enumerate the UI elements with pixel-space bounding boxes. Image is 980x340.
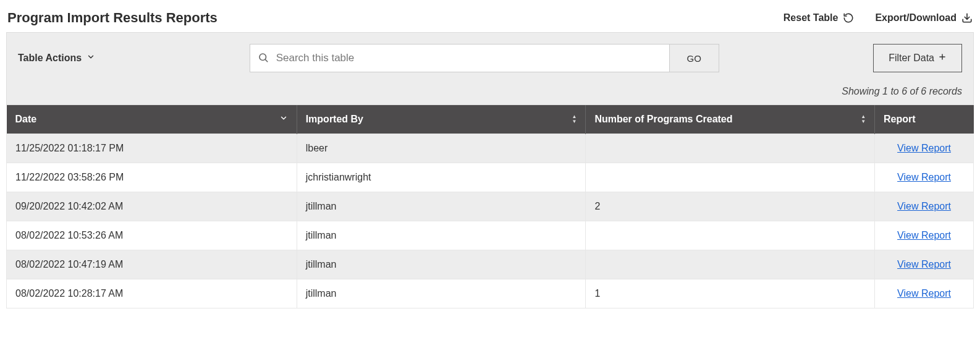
view-report-link[interactable]: View Report xyxy=(897,288,951,299)
cell-date: 08/02/2022 10:28:17 AM xyxy=(7,279,297,308)
filter-data-button[interactable]: Filter Data xyxy=(873,44,962,72)
table-header-row: Date Imported By ▲▼ Number of Programs C… xyxy=(7,105,974,134)
table-row: 09/20/2022 10:42:02 AMjtillman2View Repo… xyxy=(7,192,974,221)
cell-programs-created xyxy=(586,221,875,250)
column-header-imported-by[interactable]: Imported By ▲▼ xyxy=(297,105,586,134)
cell-report: View Report xyxy=(875,250,974,279)
table-actions-label: Table Actions xyxy=(18,53,82,64)
column-header-report-label: Report xyxy=(884,114,916,125)
column-header-programs-created-label: Number of Programs Created xyxy=(594,114,732,125)
column-header-imported-by-label: Imported By xyxy=(306,114,363,125)
view-report-link[interactable]: View Report xyxy=(897,259,951,270)
go-button[interactable]: GO xyxy=(670,44,719,72)
cell-imported-by: jtillman xyxy=(297,192,586,221)
cell-programs-created: 1 xyxy=(586,279,875,308)
column-header-report: Report xyxy=(875,105,974,134)
view-report-link[interactable]: View Report xyxy=(897,172,951,182)
chevron-down-icon xyxy=(279,114,288,125)
column-header-programs-created[interactable]: Number of Programs Created ▲▼ xyxy=(586,105,875,134)
page-header: Program Import Results Reports Reset Tab… xyxy=(6,6,974,32)
cell-date: 08/02/2022 10:47:19 AM xyxy=(7,250,297,279)
table-row: 08/02/2022 10:53:26 AMjtillmanView Repor… xyxy=(7,221,974,250)
chevron-down-icon xyxy=(87,53,95,64)
cell-report: View Report xyxy=(875,192,974,221)
search-input[interactable] xyxy=(275,51,662,65)
reset-table-button[interactable]: Reset Table xyxy=(784,12,855,23)
export-download-button[interactable]: Export/Download xyxy=(875,12,973,23)
cell-report: View Report xyxy=(875,279,974,308)
cell-programs-created xyxy=(586,163,875,192)
cell-report: View Report xyxy=(875,221,974,250)
view-report-link[interactable]: View Report xyxy=(897,143,951,153)
cell-imported-by: jchristianwright xyxy=(297,163,586,192)
sort-icon: ▲▼ xyxy=(861,114,866,124)
page-root: Program Import Results Reports Reset Tab… xyxy=(0,0,980,308)
cell-programs-created xyxy=(586,250,875,279)
column-header-date[interactable]: Date xyxy=(7,105,297,134)
cell-imported-by: lbeer xyxy=(297,134,586,163)
records-info: Showing 1 to 6 of 6 records xyxy=(18,86,962,97)
cell-programs-created: 2 xyxy=(586,192,875,221)
cell-date: 09/20/2022 10:42:02 AM xyxy=(7,192,297,221)
cell-report: View Report xyxy=(875,134,974,163)
cell-date: 08/02/2022 10:53:26 AM xyxy=(7,221,297,250)
search-icon xyxy=(258,52,269,65)
plus-icon xyxy=(938,53,947,64)
search-box xyxy=(250,44,670,72)
header-actions: Reset Table Export/Download xyxy=(784,12,973,23)
filter-data-label: Filter Data xyxy=(889,53,934,64)
view-report-link[interactable]: View Report xyxy=(897,230,951,240)
search-group: GO xyxy=(250,44,719,72)
table-row: 08/02/2022 10:28:17 AMjtillman1View Repo… xyxy=(7,279,974,308)
view-report-link[interactable]: View Report xyxy=(897,201,951,211)
svg-line-2 xyxy=(265,59,267,61)
sort-icon: ▲▼ xyxy=(572,114,577,124)
reset-table-label: Reset Table xyxy=(784,12,838,23)
cell-date: 11/25/2022 01:18:17 PM xyxy=(7,134,297,163)
results-table: Date Imported By ▲▼ Number of Programs C… xyxy=(6,105,974,308)
cell-programs-created xyxy=(586,134,875,163)
column-header-date-label: Date xyxy=(15,114,37,125)
table-row: 11/22/2022 03:58:26 PMjchristianwrightVi… xyxy=(7,163,974,192)
toolbar-top: Table Actions GO Filter Data xyxy=(18,44,962,72)
reset-icon xyxy=(843,12,854,23)
table-actions-menu[interactable]: Table Actions xyxy=(18,53,95,64)
table-row: 11/25/2022 01:18:17 PMlbeerView Report xyxy=(7,134,974,163)
export-download-label: Export/Download xyxy=(875,12,957,23)
cell-imported-by: jtillman xyxy=(297,250,586,279)
cell-date: 11/22/2022 03:58:26 PM xyxy=(7,163,297,192)
toolbar-panel: Table Actions GO Filter Data xyxy=(6,32,974,105)
cell-imported-by: jtillman xyxy=(297,221,586,250)
table-row: 08/02/2022 10:47:19 AMjtillmanView Repor… xyxy=(7,250,974,279)
cell-report: View Report xyxy=(875,163,974,192)
cell-imported-by: jtillman xyxy=(297,279,586,308)
page-title: Program Import Results Reports xyxy=(7,10,218,26)
download-icon xyxy=(961,12,973,23)
